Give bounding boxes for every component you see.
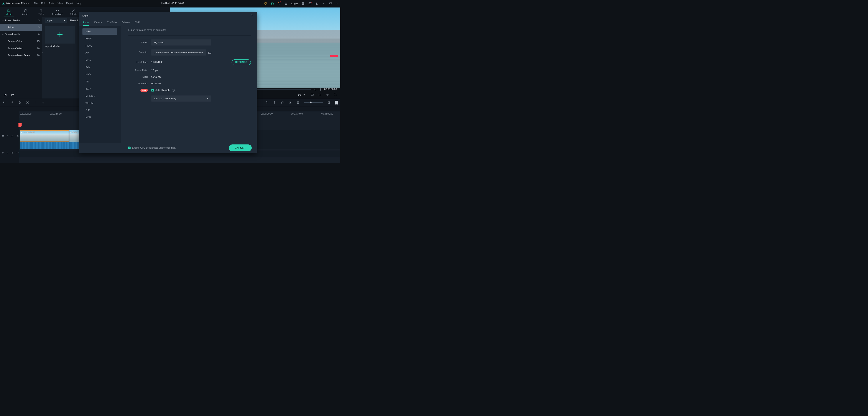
svg-rect-8 [330, 3, 331, 4]
format-mov[interactable]: MOV [83, 57, 117, 63]
audio-beat-icon[interactable] [42, 101, 45, 104]
export-tab-youtube[interactable]: YouTube [107, 21, 117, 26]
cart-icon[interactable] [278, 2, 281, 5]
menu-bar: File Edit Tools View Export Help [34, 2, 82, 5]
eye-icon[interactable] [17, 135, 19, 137]
export-tab-local[interactable]: Local [83, 21, 89, 26]
fullscreen-icon[interactable] [334, 93, 337, 97]
format-mkv[interactable]: MKV [83, 71, 117, 77]
zoom-slider[interactable] [304, 102, 323, 103]
new-folder-icon[interactable] [11, 93, 14, 97]
playhead[interactable] [20, 118, 20, 158]
preview-ratio-dropdown[interactable]: 1/2▾ [296, 93, 306, 97]
browse-folder-icon[interactable] [207, 50, 212, 55]
split-icon[interactable] [26, 101, 29, 104]
export-tab-vimeo[interactable]: Vimeo [122, 21, 129, 26]
tips-icon[interactable] [264, 2, 267, 5]
menu-view[interactable]: View [58, 2, 63, 5]
row-save-to: Save to: [128, 50, 251, 56]
volume-icon[interactable] [326, 93, 329, 97]
new-folder-plus-icon[interactable] [3, 93, 7, 97]
format-gif[interactable]: GIF [83, 107, 117, 113]
cat-sample-green-screen[interactable]: Sample Green Screen10 [0, 52, 42, 59]
lock-icon[interactable] [11, 135, 14, 137]
format-mpeg-2[interactable]: MPEG-2 [83, 93, 117, 99]
support-icon[interactable] [271, 2, 274, 5]
mark-in-icon[interactable]: { [314, 87, 317, 91]
window-minimize-icon[interactable] [322, 2, 325, 5]
zoom-out-icon[interactable] [297, 101, 300, 104]
login-link[interactable]: LogIn [291, 2, 298, 5]
highlight-option-select[interactable]: 60s(YouTube Shorts) ▾ [151, 95, 211, 101]
voiceover-icon[interactable] [273, 101, 276, 104]
auto-highlight-checkbox[interactable] [151, 89, 154, 92]
marker-icon[interactable] [265, 101, 268, 104]
menu-help[interactable]: Help [76, 2, 82, 5]
svg-point-4 [280, 4, 280, 5]
redo-icon[interactable] [10, 101, 14, 104]
format-wmv[interactable]: WMV [83, 36, 117, 42]
cat-folder[interactable]: Folder3 [0, 24, 42, 31]
tab-media[interactable]: Media [1, 8, 17, 17]
tab-titles[interactable]: Titles [33, 8, 49, 17]
dialog-close-icon[interactable] [251, 14, 253, 18]
export-confirm-button[interactable]: EXPORT [229, 145, 252, 151]
export-tab-dvd[interactable]: DVD [134, 21, 140, 26]
window-close-icon[interactable] [336, 2, 339, 5]
export-name-input[interactable] [151, 39, 211, 45]
cat-count: 0 [38, 33, 39, 36]
lock-icon[interactable] [11, 151, 14, 154]
adjust-icon[interactable] [34, 101, 37, 104]
caret-down-icon [2, 20, 4, 21]
audio-track-header[interactable]: 1 [0, 149, 19, 156]
format-mp4[interactable]: MP4 [83, 28, 117, 35]
format-webm[interactable]: WEBM [83, 100, 117, 106]
gift-icon[interactable] [284, 2, 287, 5]
import-dropdown[interactable]: Import▾ [45, 18, 67, 23]
menu-export[interactable]: Export [66, 2, 73, 5]
undo-icon[interactable] [3, 101, 6, 104]
snapshot-icon[interactable] [318, 93, 321, 97]
messages-icon[interactable] [308, 2, 311, 5]
mark-out-icon[interactable]: } [319, 87, 322, 91]
speaker-icon[interactable] [17, 151, 19, 154]
svg-rect-6 [303, 3, 303, 4]
video-track-header[interactable]: 1 [0, 130, 19, 142]
audio-mixer-icon[interactable] [281, 101, 284, 104]
format-avi[interactable]: AVI [83, 50, 117, 56]
cat-sample-video[interactable]: Sample Video20 [0, 45, 42, 52]
cat-sample-color[interactable]: Sample Color25 [0, 38, 42, 45]
playhead-handle[interactable] [18, 123, 22, 127]
format-hevc[interactable]: HEVC [83, 43, 117, 49]
tab-transitions[interactable]: Transitions [49, 8, 65, 17]
export-settings-button[interactable]: SETTINGS [231, 59, 251, 65]
timeline-audio-clip[interactable] [20, 142, 69, 149]
timeline-clip[interactable]: ▸ London in 4K [20, 130, 69, 142]
menu-edit[interactable]: Edit [41, 2, 45, 5]
play-pause-button[interactable] [335, 101, 338, 104]
format-ts[interactable]: TS [83, 78, 117, 85]
export-path-input[interactable] [151, 50, 206, 56]
window-maximize-icon[interactable] [329, 2, 332, 5]
sidebar-collapse-icon[interactable] [42, 51, 43, 54]
delete-icon[interactable] [18, 101, 22, 104]
format-3gp[interactable]: 3GP [83, 86, 117, 92]
cat-shared-media[interactable]: Shared Media0 [0, 31, 42, 38]
menu-file[interactable]: File [34, 2, 38, 5]
import-media-tile[interactable] [45, 26, 75, 43]
format-f4v[interactable]: F4V [83, 64, 117, 70]
help-icon[interactable]: ? [172, 89, 175, 92]
menu-tools[interactable]: Tools [49, 2, 54, 5]
format-mp3[interactable]: MP3 [83, 114, 117, 120]
gpu-checkbox[interactable] [128, 147, 131, 149]
preview-display-icon[interactable] [311, 93, 314, 97]
tab-audio[interactable]: Audio [17, 8, 33, 17]
cat-label: Sample Video [8, 47, 35, 50]
save-icon[interactable] [302, 2, 305, 5]
download-icon[interactable] [315, 2, 318, 5]
zoom-in-icon[interactable] [328, 101, 331, 104]
cat-project-media[interactable]: Project Media3 [0, 17, 42, 24]
export-tab-device[interactable]: Device [94, 21, 102, 26]
keyframe-icon[interactable] [289, 101, 292, 104]
record-dropdown[interactable]: Record [69, 18, 78, 23]
